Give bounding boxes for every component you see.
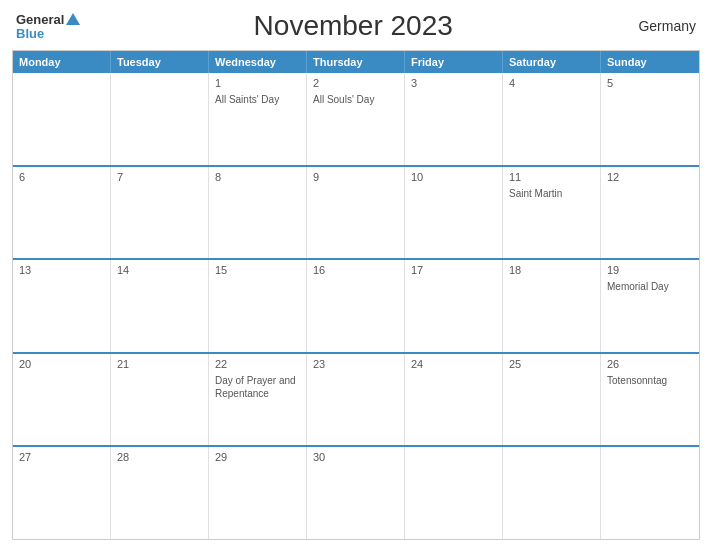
day-number: 14 bbox=[117, 264, 202, 276]
day-cell-0-1 bbox=[111, 73, 209, 165]
weeks: 1All Saints' Day2All Souls' Day345678910… bbox=[13, 73, 699, 539]
days-header: Monday Tuesday Wednesday Thursday Friday… bbox=[13, 51, 699, 73]
day-number: 22 bbox=[215, 358, 300, 370]
day-number: 23 bbox=[313, 358, 398, 370]
day-cell-0-2: 1All Saints' Day bbox=[209, 73, 307, 165]
day-number: 25 bbox=[509, 358, 594, 370]
day-number: 16 bbox=[313, 264, 398, 276]
day-cell-0-3: 2All Souls' Day bbox=[307, 73, 405, 165]
day-number: 6 bbox=[19, 171, 104, 183]
day-number: 26 bbox=[607, 358, 693, 370]
day-number: 29 bbox=[215, 451, 300, 463]
day-number: 5 bbox=[607, 77, 693, 89]
day-cell-1-3: 9 bbox=[307, 167, 405, 259]
day-number: 12 bbox=[607, 171, 693, 183]
day-number: 11 bbox=[509, 171, 594, 183]
calendar-title: November 2023 bbox=[80, 10, 626, 42]
logo: General Blue bbox=[16, 13, 80, 40]
week-row-2: 67891011Saint Martin12 bbox=[13, 165, 699, 259]
day-cell-1-1: 7 bbox=[111, 167, 209, 259]
day-cell-2-5: 18 bbox=[503, 260, 601, 352]
day-number: 3 bbox=[411, 77, 496, 89]
day-number: 10 bbox=[411, 171, 496, 183]
day-number: 15 bbox=[215, 264, 300, 276]
calendar: Monday Tuesday Wednesday Thursday Friday… bbox=[12, 50, 700, 540]
logo-blue: Blue bbox=[16, 27, 44, 40]
day-number: 7 bbox=[117, 171, 202, 183]
day-cell-1-6: 12 bbox=[601, 167, 699, 259]
day-cell-3-5: 25 bbox=[503, 354, 601, 446]
day-cell-1-0: 6 bbox=[13, 167, 111, 259]
header-sunday: Sunday bbox=[601, 51, 699, 73]
day-cell-0-6: 5 bbox=[601, 73, 699, 165]
country-label: Germany bbox=[626, 18, 696, 34]
day-cell-1-2: 8 bbox=[209, 167, 307, 259]
day-number: 27 bbox=[19, 451, 104, 463]
day-number: 13 bbox=[19, 264, 104, 276]
day-cell-2-6: 19Memorial Day bbox=[601, 260, 699, 352]
day-number: 18 bbox=[509, 264, 594, 276]
day-number: 21 bbox=[117, 358, 202, 370]
day-cell-3-1: 21 bbox=[111, 354, 209, 446]
day-number: 1 bbox=[215, 77, 300, 89]
day-cell-3-2: 22Day of Prayer and Repentance bbox=[209, 354, 307, 446]
day-cell-3-3: 23 bbox=[307, 354, 405, 446]
holiday-label: All Saints' Day bbox=[215, 93, 300, 106]
day-number: 28 bbox=[117, 451, 202, 463]
week-row-1: 1All Saints' Day2All Souls' Day345 bbox=[13, 73, 699, 165]
day-cell-0-5: 4 bbox=[503, 73, 601, 165]
holiday-label: Totensonntag bbox=[607, 374, 693, 387]
day-number: 2 bbox=[313, 77, 398, 89]
header-tuesday: Tuesday bbox=[111, 51, 209, 73]
day-number: 19 bbox=[607, 264, 693, 276]
day-cell-3-0: 20 bbox=[13, 354, 111, 446]
header-wednesday: Wednesday bbox=[209, 51, 307, 73]
day-cell-4-3: 30 bbox=[307, 447, 405, 539]
logo-triangle-icon bbox=[66, 13, 80, 25]
day-cell-2-4: 17 bbox=[405, 260, 503, 352]
day-number: 17 bbox=[411, 264, 496, 276]
day-cell-4-5 bbox=[503, 447, 601, 539]
logo-general: General bbox=[16, 13, 64, 26]
day-cell-1-4: 10 bbox=[405, 167, 503, 259]
holiday-label: Saint Martin bbox=[509, 187, 594, 200]
week-row-4: 202122Day of Prayer and Repentance232425… bbox=[13, 352, 699, 446]
holiday-label: Day of Prayer and Repentance bbox=[215, 374, 300, 400]
day-number: 4 bbox=[509, 77, 594, 89]
day-cell-4-0: 27 bbox=[13, 447, 111, 539]
day-cell-1-5: 11Saint Martin bbox=[503, 167, 601, 259]
header-saturday: Saturday bbox=[503, 51, 601, 73]
header: General Blue November 2023 Germany bbox=[12, 10, 700, 42]
header-friday: Friday bbox=[405, 51, 503, 73]
day-cell-0-4: 3 bbox=[405, 73, 503, 165]
day-number: 24 bbox=[411, 358, 496, 370]
day-cell-2-2: 15 bbox=[209, 260, 307, 352]
day-cell-3-6: 26Totensonntag bbox=[601, 354, 699, 446]
day-number: 9 bbox=[313, 171, 398, 183]
day-cell-2-3: 16 bbox=[307, 260, 405, 352]
day-number: 30 bbox=[313, 451, 398, 463]
header-monday: Monday bbox=[13, 51, 111, 73]
day-cell-4-1: 28 bbox=[111, 447, 209, 539]
week-row-3: 13141516171819Memorial Day bbox=[13, 258, 699, 352]
day-number: 20 bbox=[19, 358, 104, 370]
header-thursday: Thursday bbox=[307, 51, 405, 73]
week-row-5: 27282930 bbox=[13, 445, 699, 539]
day-cell-0-0 bbox=[13, 73, 111, 165]
day-cell-4-6 bbox=[601, 447, 699, 539]
day-cell-2-0: 13 bbox=[13, 260, 111, 352]
day-cell-2-1: 14 bbox=[111, 260, 209, 352]
day-number: 8 bbox=[215, 171, 300, 183]
day-cell-4-2: 29 bbox=[209, 447, 307, 539]
day-cell-4-4 bbox=[405, 447, 503, 539]
holiday-label: All Souls' Day bbox=[313, 93, 398, 106]
day-cell-3-4: 24 bbox=[405, 354, 503, 446]
page: General Blue November 2023 Germany Monda… bbox=[0, 0, 712, 550]
holiday-label: Memorial Day bbox=[607, 280, 693, 293]
